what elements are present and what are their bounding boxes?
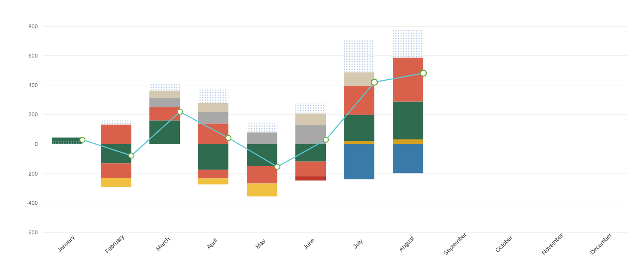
bar-feb-corp bbox=[101, 125, 131, 144]
bar-apr-income bbox=[198, 103, 228, 112]
bar-mar-prsi bbox=[149, 84, 180, 91]
bar-apr-corp-pos bbox=[198, 124, 228, 144]
x-label-apr: April bbox=[205, 237, 219, 250]
bar-jun-vat-neg bbox=[295, 144, 326, 162]
bar-jul-income bbox=[344, 73, 374, 86]
bar-may-excise bbox=[247, 133, 277, 144]
bar-jun-income bbox=[295, 114, 326, 125]
total-marker-feb bbox=[129, 153, 134, 158]
bar-apr-income-neg bbox=[198, 179, 228, 185]
total-marker-aug bbox=[420, 70, 426, 76]
x-label-sep: September bbox=[442, 231, 468, 257]
bar-apr-corp-neg bbox=[198, 170, 228, 179]
x-label-feb: February bbox=[103, 233, 125, 255]
y-label-0: 0 bbox=[35, 141, 38, 147]
bar-aug-vat bbox=[393, 102, 423, 144]
bar-mar-vat bbox=[149, 121, 180, 144]
x-label-aug: August bbox=[397, 235, 415, 253]
bar-jul-yellow-neg bbox=[344, 141, 374, 144]
bar-jun-excise bbox=[295, 125, 326, 144]
bar-aug-prsi bbox=[393, 30, 423, 58]
bar-feb-income-neg bbox=[101, 178, 131, 187]
bar-aug-yellow-neg bbox=[393, 140, 423, 144]
bar-jun-corp-neg bbox=[295, 162, 326, 176]
x-label-oct: October bbox=[494, 234, 514, 254]
bar-jun-other-neg bbox=[295, 176, 326, 181]
bar-feb-prsi bbox=[101, 121, 131, 125]
x-label-jan: January bbox=[56, 234, 76, 254]
total-marker-jun bbox=[323, 137, 328, 143]
bar-may-vat-neg bbox=[247, 144, 277, 166]
y-label-n600: -600 bbox=[27, 229, 38, 236]
bar-mar-corp bbox=[149, 107, 180, 121]
total-marker-apr bbox=[226, 136, 231, 141]
chart-container: 800 600 400 200 0 -200 -400 -600 bbox=[0, 0, 644, 276]
y-label-n400: -400 bbox=[27, 200, 38, 206]
bar-aug-other-neg bbox=[393, 144, 423, 173]
bar-jun-prsi bbox=[295, 103, 326, 114]
bar-may-prsi bbox=[247, 124, 277, 133]
bar-aug-corp bbox=[393, 58, 423, 102]
bar-jul-prsi bbox=[344, 40, 374, 73]
y-label-200: 200 bbox=[28, 111, 38, 118]
chart-svg: 800 600 400 200 0 -200 -400 -600 bbox=[9, 9, 635, 276]
bar-apr-vat-neg bbox=[198, 144, 228, 170]
bar-jul-other-neg bbox=[344, 144, 374, 179]
y-label-400: 400 bbox=[28, 82, 38, 88]
y-label-800: 800 bbox=[28, 23, 38, 30]
bar-apr-excise bbox=[198, 112, 228, 124]
x-label-jun: June bbox=[302, 237, 316, 251]
bar-apr-prsi bbox=[198, 90, 228, 103]
y-label-n200: -200 bbox=[27, 170, 38, 177]
x-label-dec: December bbox=[589, 231, 613, 256]
x-label-mar: March bbox=[155, 236, 171, 252]
total-marker-jan bbox=[80, 137, 85, 143]
bar-may-income-neg bbox=[247, 184, 277, 197]
x-label-nov: November bbox=[540, 231, 565, 256]
bar-may-corp-neg bbox=[247, 166, 277, 184]
total-marker-mar bbox=[177, 109, 182, 115]
y-label-600: 600 bbox=[28, 52, 38, 59]
total-marker-may bbox=[275, 164, 280, 170]
bar-feb-corp-neg bbox=[101, 164, 131, 178]
bar-jan-prsi bbox=[52, 142, 82, 144]
bar-mar-excise bbox=[149, 98, 180, 107]
bar-jul-vat bbox=[344, 115, 374, 144]
x-label-may: May bbox=[254, 237, 267, 250]
bar-mar-income bbox=[149, 91, 180, 98]
x-label-jul: July bbox=[352, 238, 364, 250]
total-marker-jul bbox=[371, 79, 377, 85]
